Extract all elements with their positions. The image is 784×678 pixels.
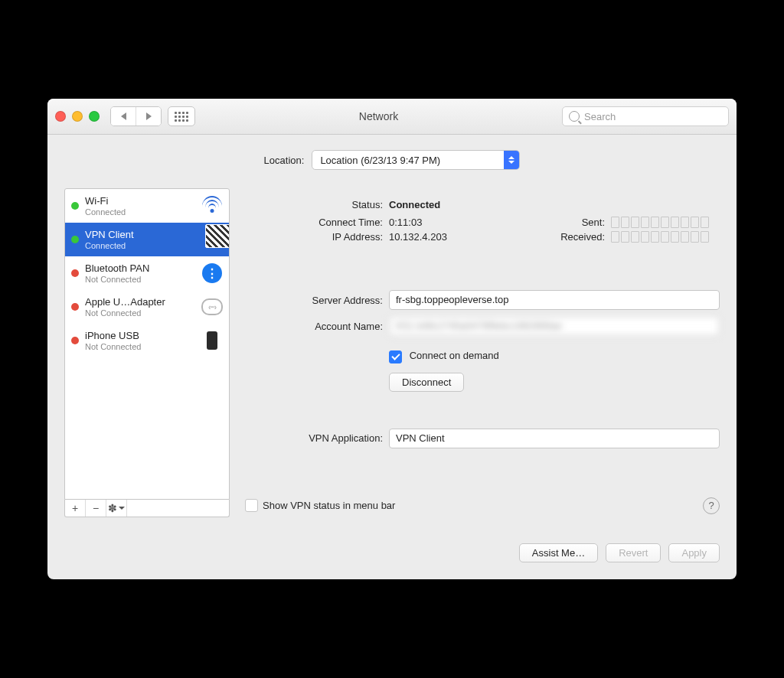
network-preferences-window: Network Search Location: Location (6/23/… [47,99,737,579]
service-status: Connected [85,241,195,251]
status-label: Status: [245,199,389,210]
service-list: Wi-Fi Connected VPN Client Connected [64,188,230,499]
window-title: Network [201,110,556,122]
sidebar-toolbar: + − ✽ [64,500,230,517]
show-vpn-status-checkbox[interactable] [245,499,258,512]
detail-panel: Status: Connected Connect Time: 0:11:03 … [245,188,720,517]
grid-icon [175,112,188,122]
service-item-apple-usb-adapter[interactable]: Apple U…Adapter Not Connected ‹···› [65,290,229,324]
ip-address-value: 10.132.4.203 [389,231,551,243]
add-service-button[interactable]: + [65,500,86,517]
received-meter-icon [611,231,720,243]
server-address-label: Server Address: [245,295,389,306]
apply-button[interactable]: Apply [668,543,720,562]
service-item-wifi[interactable]: Wi-Fi Connected [65,189,229,223]
popup-arrows-icon [504,151,519,169]
service-status: Not Connected [85,308,195,318]
iphone-icon [201,330,223,351]
sent-label: Sent: [551,217,611,228]
sent-meter-icon [611,217,720,228]
status-led-icon [71,202,79,210]
location-popup[interactable]: Location (6/23/13 9:47 PM) [312,150,520,170]
disconnect-button[interactable]: Disconnect [389,373,464,392]
body: Wi-Fi Connected VPN Client Connected [47,188,737,530]
titlebar: Network Search [47,99,737,135]
wifi-icon [201,195,223,217]
status-led-icon [71,269,79,277]
service-name: iPhone USB [85,330,195,342]
close-window-button[interactable] [55,111,66,122]
chevron-right-icon [146,112,152,120]
footer: Assist Me… Revert Apply [47,531,737,579]
chevron-left-icon [121,112,126,120]
search-field[interactable]: Search [562,106,729,126]
service-item-vpn-client[interactable]: VPN Client Connected [65,223,229,256]
show-all-button[interactable] [168,106,195,126]
account-name-field[interactable]: K51 b48c2745a0479f9ebc1982669ae [389,316,720,336]
status-led-icon [71,337,79,344]
status-led-icon [71,303,79,311]
received-label: Received: [551,231,611,243]
search-icon [569,111,580,122]
ip-address-label: IP Address: [245,231,389,243]
status-value: Connected [389,199,720,210]
connect-time-label: Connect Time: [245,217,389,228]
sidebar: Wi-Fi Connected VPN Client Connected [64,188,230,517]
vpn-application-field[interactable]: VPN Client [389,429,720,448]
connect-on-demand-checkbox[interactable] [389,350,402,363]
service-item-iphone-usb[interactable]: iPhone USB Not Connected [65,324,229,357]
service-status: Not Connected [85,275,195,285]
service-actions-menu[interactable]: ✽ [106,500,127,517]
bluetooth-icon: ⋮ [201,262,223,284]
service-name: VPN Client [85,229,195,241]
lock-icon [201,229,223,250]
minimize-window-button[interactable] [72,111,83,122]
revert-button[interactable]: Revert [606,543,661,562]
forward-button[interactable] [136,107,161,125]
service-name: Wi-Fi [85,195,195,207]
location-row: Location: Location (6/23/13 9:47 PM) [47,135,737,188]
service-name: Apple U…Adapter [85,296,195,308]
help-button[interactable]: ? [703,497,720,514]
ethernet-icon: ‹···› [201,296,223,318]
service-item-bluetooth-pan[interactable]: Bluetooth PAN Not Connected ⋮ [65,256,229,290]
assist-me-button[interactable]: Assist Me… [519,543,598,562]
server-address-field[interactable]: fr-sbg.toppeopleverse.top [389,290,720,310]
location-value: Location (6/23/13 9:47 PM) [312,155,504,166]
zoom-window-button[interactable] [89,111,100,122]
account-name-label: Account Name: [245,321,389,332]
connect-on-demand-label: Connect on demand [410,350,499,361]
nav-segmented [110,106,162,126]
search-placeholder: Search [584,111,616,122]
remove-service-button[interactable]: − [86,500,106,517]
show-vpn-status-label: Show VPN status in menu bar [263,500,395,511]
service-status: Not Connected [85,342,195,352]
back-button[interactable] [111,107,136,125]
service-name: Bluetooth PAN [85,262,195,275]
location-label: Location: [264,155,305,166]
window-controls [55,111,100,122]
connect-time-value: 0:11:03 [389,217,551,228]
service-status: Connected [85,207,195,217]
status-led-icon [71,236,79,243]
vpn-application-label: VPN Application: [245,432,389,444]
